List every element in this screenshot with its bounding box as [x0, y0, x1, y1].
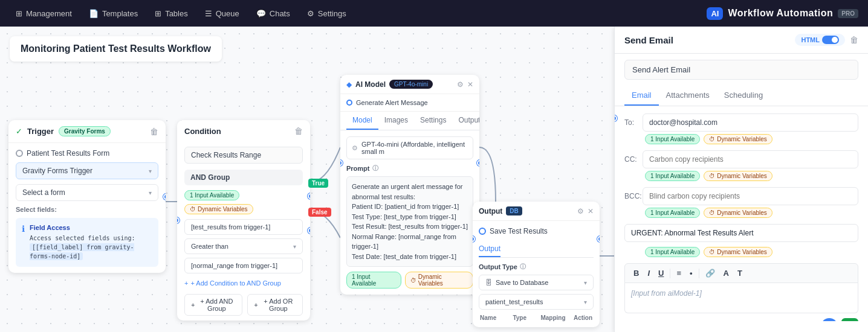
ai-model-icon: ◆: [346, 80, 352, 89]
format-button[interactable]: T: [735, 267, 745, 279]
add-and-group-button[interactable]: + + Add AND Group: [184, 294, 242, 316]
to-badges: 1 Input Available ⏱ Dynamic Variables: [645, 134, 858, 144]
cc-badges: 1 Input Available ⏱ Dynamic Variables: [645, 171, 858, 181]
condition-badges: 1 Input Available ⏱ Dynamic Variables: [184, 190, 303, 214]
select-form-row[interactable]: Select a form ▾: [16, 184, 158, 201]
condition-header: Condition 🗑: [177, 120, 310, 142]
email-name-input[interactable]: [624, 60, 858, 80]
cc-input[interactable]: [643, 150, 858, 168]
cc-field-row: CC: 1 Input Available ⏱ Dynamic Variable…: [624, 150, 858, 181]
add-or-group-button[interactable]: + + Add OR Group: [247, 294, 303, 316]
tab-scheduling[interactable]: Scheduling: [717, 86, 770, 106]
patient-form-radio[interactable]: [16, 150, 23, 157]
unordered-list-button[interactable]: •: [687, 267, 695, 279]
condition-false-connector: [308, 228, 310, 234]
condition-name-input[interactable]: [184, 147, 303, 164]
color-button[interactable]: A: [721, 267, 731, 279]
ai-header-left: ◆ AI Model GPT-4o-mini: [346, 80, 433, 89]
patient-form-radio-row: Patient Test Results Form: [16, 149, 158, 158]
field-access-content: Field Access Access selected fields usin…: [30, 224, 135, 261]
nav-tables[interactable]: ⊞ Tables: [149, 5, 194, 22]
tab-model[interactable]: Model: [346, 112, 378, 130]
table-name-select[interactable]: patient_test_results ▾: [479, 294, 594, 310]
info-icon: ⓘ: [372, 164, 378, 173]
to-field-row: To: 1 Input Available ⏱ Dynamic Variable…: [624, 113, 858, 144]
ai-body: ⚙ GPT-4o-mini (Affordable, intelligent s…: [340, 130, 479, 295]
toolbar-divider-2: [699, 269, 699, 278]
italic-button[interactable]: I: [645, 267, 652, 279]
to-dynamic-badge: ⏱ Dynamic Variables: [704, 134, 772, 144]
normal-range-var-input[interactable]: [184, 258, 303, 273]
ai-settings-icon[interactable]: ⚙: [457, 80, 464, 89]
condition-title: Condition: [184, 127, 221, 136]
info-icon: ℹ: [22, 224, 25, 261]
bcc-input[interactable]: [643, 187, 858, 205]
bold-button[interactable]: B: [631, 267, 641, 279]
to-input[interactable]: [643, 113, 858, 132]
save-radio[interactable]: [479, 228, 486, 235]
table-headers: Name Type Mapping Action: [479, 314, 594, 321]
email-tabs: Email Attachments Scheduling: [615, 86, 868, 106]
link-button[interactable]: 🔗: [703, 267, 717, 279]
greater-than-select[interactable]: Greater than ▾: [184, 238, 303, 254]
editor-ai-buttons: ✏ 🖼: [624, 318, 858, 321]
file-icon: 📄: [89, 9, 99, 18]
save-label: Save Test Results: [490, 227, 548, 235]
cc-dynamic-badge: ⏱ Dynamic Variables: [704, 171, 772, 181]
trigger-delete-button[interactable]: 🗑: [150, 127, 158, 136]
nav-queue[interactable]: ☰ Queue: [199, 5, 245, 22]
ai-delete-icon[interactable]: ✕: [467, 80, 473, 89]
select-fields-label: Select fields:: [16, 206, 158, 213]
nav-settings[interactable]: ⚙ Settings: [301, 5, 352, 22]
table-icon: ⊞: [155, 9, 161, 18]
email-body: To: 1 Input Available ⏱ Dynamic Variable…: [615, 106, 868, 321]
nav-templates[interactable]: 📄 Templates: [83, 5, 144, 22]
add-condition-button[interactable]: + + Add Condition to AND Group: [184, 277, 303, 289]
to-label: To:: [624, 118, 643, 127]
dynamic-variables-badge: ⏱ Dynamic Variables: [184, 204, 253, 214]
condition-delete-button[interactable]: 🗑: [294, 126, 303, 136]
tab-email[interactable]: Email: [624, 86, 659, 106]
output-tab[interactable]: Output: [479, 241, 500, 257]
toggle-switch[interactable]: [822, 36, 839, 44]
output-settings-icon[interactable]: ⚙: [577, 207, 584, 215]
tab-attachments[interactable]: Attachments: [659, 86, 717, 106]
brand: AI Workflow Automation PRO: [707, 7, 858, 20]
email-delete-button[interactable]: 🗑: [850, 35, 858, 45]
ai-image-button[interactable]: 🖼: [841, 318, 858, 321]
email-title: Send Email: [624, 35, 673, 45]
nav-chats[interactable]: 💬 Chats: [250, 5, 296, 22]
tab-output[interactable]: Output: [452, 112, 479, 130]
output-delete-icon[interactable]: ✕: [588, 207, 594, 215]
model-gear-icon: ⚙: [352, 144, 358, 152]
trigger-output-connector: [163, 194, 166, 200]
generate-row-inner: Generate Alert Message: [346, 99, 473, 106]
ai-output-connector: [477, 160, 479, 166]
cc-input-badge: 1 Input Available: [645, 171, 700, 181]
html-toggle[interactable]: HTML: [795, 34, 845, 46]
ai-input-badge: 1 Input Available: [346, 272, 401, 289]
field-access-box: ℹ Field Access Access selected fields us…: [16, 218, 158, 267]
info-icon: ⓘ: [520, 263, 526, 271]
test-results-var-input[interactable]: [184, 219, 303, 235]
gravity-trigger-select[interactable]: Gravity Forms Trigger ▾: [16, 162, 158, 179]
generate-radio[interactable]: [346, 100, 352, 106]
condition-body: AND Group 1 Input Available ⏱ Dynamic Va…: [177, 142, 310, 321]
ordered-list-button[interactable]: ≡: [674, 267, 684, 279]
trigger-icon: ✓: [16, 127, 22, 136]
clock-icon: ⏱: [709, 173, 715, 179]
tab-settings[interactable]: Settings: [414, 112, 452, 130]
subject-input[interactable]: [624, 224, 858, 242]
nav-management[interactable]: ⊞ Management: [10, 5, 78, 22]
chevron-down-icon: ▾: [149, 190, 152, 196]
ai-model-panel: ◆ AI Model GPT-4o-mini ⚙ ✕ Generate Aler…: [340, 75, 479, 295]
output-header: Output DB ⚙ ✕: [473, 202, 600, 221]
workflow-canvas[interactable]: Monitoring Patient Test Results Workflow…: [0, 27, 868, 332]
bcc-field-row: BCC: 1 Input Available ⏱ Dynamic Variabl…: [624, 187, 858, 218]
output-output-connector: [597, 236, 600, 242]
tab-images[interactable]: Images: [378, 112, 414, 130]
ai-write-button[interactable]: ✏: [821, 318, 838, 321]
output-type-select[interactable]: 🗄 Save to Database ▾: [479, 275, 594, 290]
editor-content[interactable]: [Input from aiModel-1]: [624, 283, 858, 313]
underline-button[interactable]: U: [656, 267, 666, 279]
